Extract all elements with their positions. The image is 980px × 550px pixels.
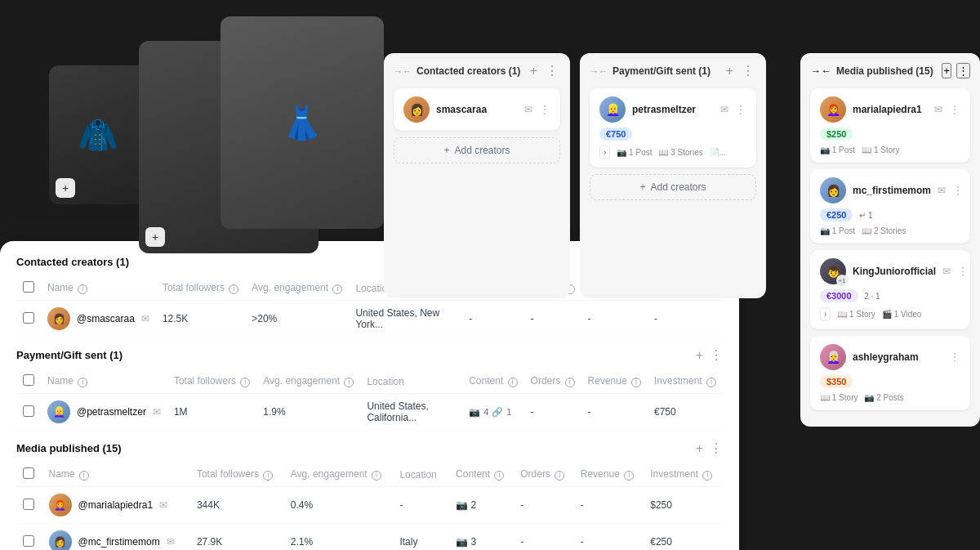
info-icon-name-m: i — [79, 471, 89, 481]
th-orders-p: Orders i — [524, 369, 581, 394]
tag-mc-firstimemom: €250 — [820, 208, 853, 221]
right-panel-add-button[interactable]: + — [942, 63, 951, 78]
row-check-maria[interactable] — [23, 499, 34, 510]
kanban-contacted-add-button[interactable]: + — [528, 64, 539, 78]
mail-icon-smascaraa: ✉ — [524, 104, 532, 115]
kanban-card-marialapiedra1: 👩‍🦰 marialapiedra1 ✉ ⋮ $250 📷 1 Post 📖 1… — [810, 88, 970, 163]
th-checkbox — [16, 276, 41, 301]
td-checkbox-maria — [16, 487, 42, 524]
more-icon-smascaraa[interactable]: ⋮ — [539, 103, 550, 116]
add-photo-1-button[interactable]: + — [56, 178, 75, 198]
td-orders-mc: - — [514, 524, 574, 551]
add-creators-plus-icon-2: + — [639, 181, 645, 193]
kanban-col-payment: →← Payment/Gift sent (1) + ⋮ 👱‍♀️ petras… — [580, 53, 766, 298]
more-icon-petrasmeltzer[interactable]: ⋮ — [735, 103, 746, 116]
avatar-ashleygraham: 👩‍🦳 — [820, 344, 846, 370]
select-all-contacted[interactable] — [23, 281, 34, 293]
info-icon-content-m: i — [494, 471, 504, 481]
add-photo-2-button[interactable]: + — [145, 227, 165, 247]
th-orders-m: Orders i — [514, 463, 574, 487]
select-all-payment[interactable] — [23, 374, 34, 386]
td-followers-mc: 27.9K — [190, 524, 284, 551]
table-payment: Name i Total followers i Avg. engagement… — [16, 369, 723, 431]
meta-story-ashleygraham: 📖 1 Story — [820, 393, 858, 402]
more-icon-mc-firstimemom[interactable]: ⋮ — [952, 184, 964, 197]
kanban-card-mc-firstimemom: 👩 mc_firstimemom ✉ ⋮ €250 ↵ 1 📷 1 Post 📖… — [810, 169, 970, 244]
section-more-payment-button[interactable]: ⋮ — [710, 347, 723, 363]
mail-icon-row-maria: ✉ — [159, 499, 167, 511]
td-checkbox-mc — [16, 524, 42, 551]
content-camera-icon-mc: 📷 — [456, 536, 468, 548]
creator-name-marialapiedra1: marialapiedra1 — [853, 104, 928, 115]
th-engagement: Avg. engagement i — [245, 276, 349, 301]
photo-card-3: 👗 — [220, 16, 384, 229]
tag-petrasmeltzer: €750 — [599, 127, 632, 141]
right-panel-more-button[interactable]: ⋮ — [956, 63, 970, 78]
photo-stack: 🧥 + 🧍 + 👗 — [49, 16, 392, 270]
more-icon-kingjunior[interactable]: ⋮ — [957, 265, 969, 278]
kanban-payment-title: Payment/Gift sent (1) — [612, 65, 719, 77]
info-icon-orders-m: i — [555, 471, 564, 481]
more-icon-ashleygraham[interactable]: ⋮ — [949, 351, 960, 364]
section-add-media-button[interactable]: + — [696, 441, 703, 456]
section-header-media: Media published (15) + ⋮ — [16, 440, 723, 456]
th-name-m: Name i — [42, 463, 190, 487]
creator-name-kingjunior: KingJuniorofficial — [853, 266, 936, 277]
info-icon-name-p: i — [78, 378, 87, 387]
photo-3-image: 👗 — [220, 16, 384, 229]
add-creators-plus-icon: + — [443, 145, 449, 156]
td-orders-maria: - — [514, 487, 574, 524]
section-add-payment-button[interactable]: + — [696, 348, 703, 363]
content-count-link: 1 — [506, 407, 511, 417]
kanban-card-marialapiedra1-header: 👩‍🦰 marialapiedra1 ✉ ⋮ — [820, 96, 960, 123]
td-followers-petra: 1M — [167, 394, 256, 431]
mail-icon-marialapiedra1: ✉ — [934, 104, 942, 115]
kanban-col-contacted: →← Contacted creators (1) + ⋮ 👩 smascara… — [384, 53, 570, 298]
creator-name-ashleygraham: ashleygraham — [853, 351, 942, 363]
counts-kingjunior: 2 · 1 — [864, 292, 880, 301]
td-engagement-maria: 0.4% — [284, 487, 394, 524]
th-name: Name i — [41, 276, 156, 301]
kanban-payment-more-button[interactable]: ⋮ — [740, 63, 756, 78]
info-icon-investment-m: i — [702, 471, 712, 481]
kanban-contacted-more-button[interactable]: ⋮ — [544, 63, 560, 78]
content-icon-link: 🔗 — [492, 407, 503, 418]
th-name-p: Name i — [41, 369, 167, 394]
select-all-media[interactable] — [23, 467, 34, 479]
kanban-payment-add-button[interactable]: + — [724, 64, 735, 78]
section-more-media-button[interactable]: ⋮ — [710, 440, 723, 456]
add-creators-contacted-button[interactable]: + Add creators — [394, 137, 560, 163]
more-icon-marialapiedra1[interactable]: ⋮ — [949, 103, 960, 116]
kanban-col-payment-header: →← Payment/Gift sent (1) + ⋮ — [590, 63, 756, 78]
add-creators-payment-button[interactable]: + Add creators — [590, 174, 756, 200]
creator-name-smascaraa: smascaraa — [436, 104, 518, 115]
info-icon-engagement: i — [332, 284, 342, 294]
table-row-maria: 👩‍🦰 @marialapiedra1 ✉ 344K 0.4% - 📷 2 - … — [16, 487, 723, 524]
th-location-p: Location — [360, 369, 462, 394]
kanban-card-smascaraa-header: 👩 smascaraa ✉ ⋮ — [403, 96, 550, 123]
mail-icon-mc-firstimemom: ✉ — [938, 185, 946, 196]
td-revenue-smascaraa: - — [581, 301, 648, 338]
td-investment-petra: €750 — [648, 394, 723, 431]
td-followers-smascaraa: 12.5K — [156, 301, 245, 338]
mail-icon-row-smascaraa: ✉ — [141, 313, 149, 324]
mail-icon-row-mc: ✉ — [167, 536, 175, 548]
th-investment-m: Investment i — [644, 463, 723, 487]
table-row-mc: 👩 @mc_firstimemom ✉ 27.9K 2.1% Italy 📷 3… — [16, 524, 723, 551]
table-header-row-media: Name i Total followers i Avg. engagement… — [16, 463, 723, 487]
td-name-petra: 👱‍♀️ @petrasmeltzer ✉ — [41, 394, 167, 431]
chevron-button-petrasmeltzer[interactable]: › — [599, 145, 610, 159]
handle-petra: @petrasmeltzer — [77, 406, 146, 418]
chevron-button-kingjunior[interactable]: › — [820, 307, 831, 321]
right-panel-header: →← Media published (15) + ⋮ — [810, 63, 970, 78]
td-location-smascaraa: United States, New York... — [349, 301, 462, 338]
row-check-petra[interactable] — [23, 405, 34, 417]
avatar-row-petra: 👱‍♀️ — [47, 400, 70, 423]
content-camera-icon: 📷 — [456, 499, 468, 511]
row-check-mc[interactable] — [23, 535, 34, 547]
tag-kingjunior: €3000 — [820, 289, 858, 302]
th-investment-p: Investment i — [648, 369, 723, 394]
info-icon-followers-m: i — [263, 471, 273, 481]
content-count-camera: 4 — [483, 407, 488, 417]
row-check-smascaraa[interactable] — [23, 312, 34, 324]
